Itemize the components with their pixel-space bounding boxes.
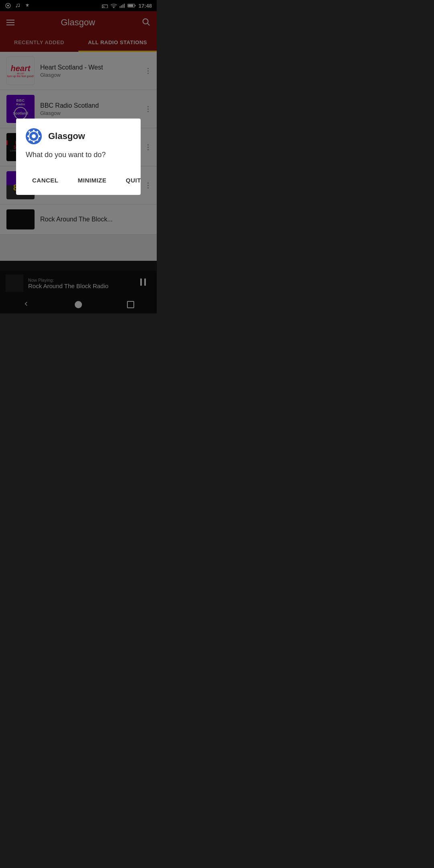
svg-rect-19 [33,130,35,132]
dialog-header: Glasgow [26,128,131,144]
svg-rect-22 [38,135,40,137]
dialog-actions: CANCEL MINIMIZE QUIT [26,169,131,192]
dialog-title: Glasgow [48,131,85,141]
app-icon-svg [27,129,41,143]
minimize-button[interactable]: MINIMIZE [72,172,113,188]
svg-point-18 [32,134,36,138]
quit-button[interactable]: QUIT [119,172,147,188]
dialog-app-icon [26,128,42,144]
dialog-message: What do you want to do? [26,151,131,159]
cancel-button[interactable]: CANCEL [26,172,65,188]
svg-rect-21 [27,135,29,137]
dialog: Glasgow What do you want to do? CANCEL M… [16,119,141,195]
dialog-overlay: Glasgow What do you want to do? CANCEL M… [0,0,157,313]
svg-rect-20 [33,141,35,143]
